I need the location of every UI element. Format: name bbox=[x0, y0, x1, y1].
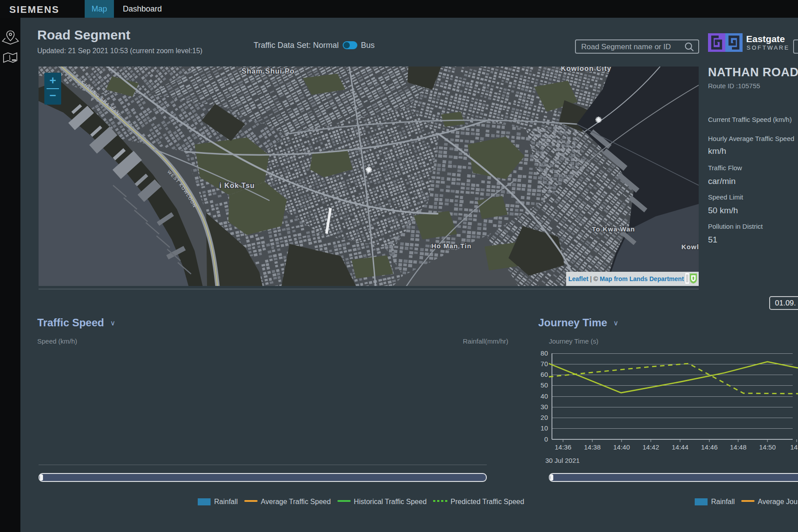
svg-text:i Kok Tsu: i Kok Tsu bbox=[219, 182, 255, 189]
svg-text:40: 40 bbox=[540, 392, 548, 400]
svg-text:30: 30 bbox=[540, 403, 548, 411]
svg-text:0: 0 bbox=[544, 435, 548, 443]
svg-text:14:42: 14:42 bbox=[642, 443, 659, 451]
svg-text:14:36: 14:36 bbox=[555, 443, 571, 451]
svg-text:14:46: 14:46 bbox=[701, 443, 718, 451]
svg-text:Sham Shui Po: Sham Shui Po bbox=[242, 67, 295, 75]
svg-text:70: 70 bbox=[540, 360, 548, 368]
svg-text:50: 50 bbox=[540, 381, 548, 389]
svg-text:60: 60 bbox=[540, 371, 548, 378]
svg-text:Kowlo: Kowlo bbox=[681, 243, 699, 250]
svg-text:Kowloon City: Kowloon City bbox=[561, 66, 611, 72]
svg-text:10: 10 bbox=[540, 424, 548, 432]
svg-text:14:48: 14:48 bbox=[730, 443, 747, 451]
svg-text:Ho Man Tin: Ho Man Tin bbox=[431, 242, 472, 250]
svg-text:14:5: 14:5 bbox=[790, 443, 798, 451]
svg-text:20: 20 bbox=[540, 414, 548, 421]
svg-text:14:40: 14:40 bbox=[613, 443, 630, 451]
svg-text:To Kwa Wan: To Kwa Wan bbox=[592, 225, 635, 233]
svg-text:14:50: 14:50 bbox=[759, 443, 776, 451]
svg-text:14:44: 14:44 bbox=[672, 443, 688, 451]
svg-text:14:38: 14:38 bbox=[584, 443, 601, 451]
svg-text:30 Jul 2021: 30 Jul 2021 bbox=[545, 457, 580, 464]
svg-text:80: 80 bbox=[540, 349, 548, 357]
